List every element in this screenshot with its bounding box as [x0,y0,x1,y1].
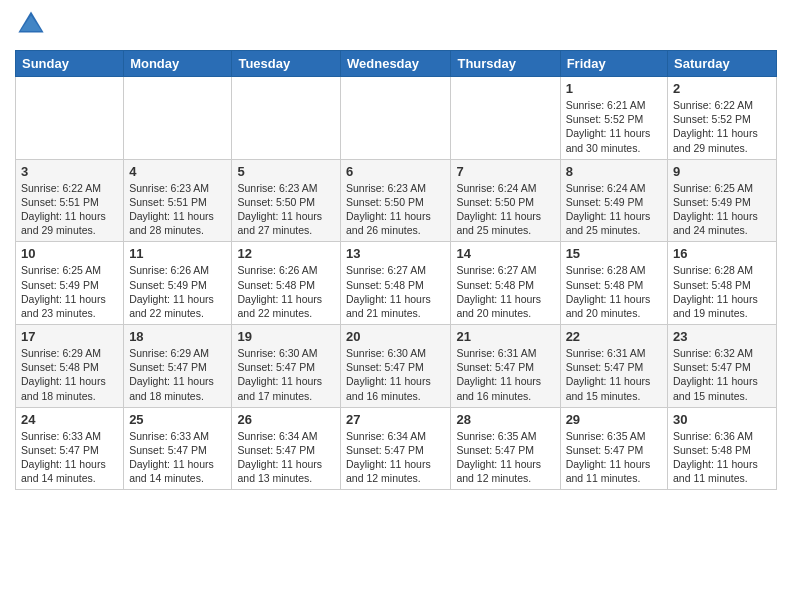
day-info: Sunrise: 6:27 AM Sunset: 5:48 PM Dayligh… [456,263,554,320]
day-info: Sunrise: 6:31 AM Sunset: 5:47 PM Dayligh… [456,346,554,403]
calendar-cell: 1Sunrise: 6:21 AM Sunset: 5:52 PM Daylig… [560,77,667,160]
day-number: 18 [129,329,226,344]
day-number: 22 [566,329,662,344]
calendar-cell: 28Sunrise: 6:35 AM Sunset: 5:47 PM Dayli… [451,407,560,490]
calendar-cell: 4Sunrise: 6:23 AM Sunset: 5:51 PM Daylig… [124,159,232,242]
calendar-cell: 12Sunrise: 6:26 AM Sunset: 5:48 PM Dayli… [232,242,341,325]
day-number: 12 [237,246,335,261]
day-number: 25 [129,412,226,427]
day-info: Sunrise: 6:22 AM Sunset: 5:52 PM Dayligh… [673,98,771,155]
day-number: 20 [346,329,445,344]
calendar-cell [451,77,560,160]
day-info: Sunrise: 6:21 AM Sunset: 5:52 PM Dayligh… [566,98,662,155]
day-number: 28 [456,412,554,427]
calendar-cell: 9Sunrise: 6:25 AM Sunset: 5:49 PM Daylig… [668,159,777,242]
calendar-cell: 25Sunrise: 6:33 AM Sunset: 5:47 PM Dayli… [124,407,232,490]
day-number: 19 [237,329,335,344]
calendar-cell: 5Sunrise: 6:23 AM Sunset: 5:50 PM Daylig… [232,159,341,242]
weekday-header-tuesday: Tuesday [232,51,341,77]
calendar-cell: 11Sunrise: 6:26 AM Sunset: 5:49 PM Dayli… [124,242,232,325]
calendar-cell: 10Sunrise: 6:25 AM Sunset: 5:49 PM Dayli… [16,242,124,325]
calendar-cell: 16Sunrise: 6:28 AM Sunset: 5:48 PM Dayli… [668,242,777,325]
weekday-header-thursday: Thursday [451,51,560,77]
day-info: Sunrise: 6:27 AM Sunset: 5:48 PM Dayligh… [346,263,445,320]
day-number: 11 [129,246,226,261]
day-info: Sunrise: 6:34 AM Sunset: 5:47 PM Dayligh… [346,429,445,486]
day-info: Sunrise: 6:25 AM Sunset: 5:49 PM Dayligh… [21,263,118,320]
calendar-cell: 27Sunrise: 6:34 AM Sunset: 5:47 PM Dayli… [341,407,451,490]
day-info: Sunrise: 6:22 AM Sunset: 5:51 PM Dayligh… [21,181,118,238]
day-info: Sunrise: 6:29 AM Sunset: 5:48 PM Dayligh… [21,346,118,403]
calendar-cell: 30Sunrise: 6:36 AM Sunset: 5:48 PM Dayli… [668,407,777,490]
weekday-header-saturday: Saturday [668,51,777,77]
day-info: Sunrise: 6:25 AM Sunset: 5:49 PM Dayligh… [673,181,771,238]
day-number: 3 [21,164,118,179]
calendar-table: SundayMondayTuesdayWednesdayThursdayFrid… [15,50,777,490]
calendar-cell [232,77,341,160]
calendar-cell: 3Sunrise: 6:22 AM Sunset: 5:51 PM Daylig… [16,159,124,242]
calendar-cell: 15Sunrise: 6:28 AM Sunset: 5:48 PM Dayli… [560,242,667,325]
calendar-page: SundayMondayTuesdayWednesdayThursdayFrid… [0,0,792,505]
weekday-header-friday: Friday [560,51,667,77]
calendar-cell: 2Sunrise: 6:22 AM Sunset: 5:52 PM Daylig… [668,77,777,160]
calendar-cell: 6Sunrise: 6:23 AM Sunset: 5:50 PM Daylig… [341,159,451,242]
day-info: Sunrise: 6:35 AM Sunset: 5:47 PM Dayligh… [456,429,554,486]
calendar-cell [341,77,451,160]
day-info: Sunrise: 6:36 AM Sunset: 5:48 PM Dayligh… [673,429,771,486]
calendar-cell: 29Sunrise: 6:35 AM Sunset: 5:47 PM Dayli… [560,407,667,490]
calendar-week-row-4: 17Sunrise: 6:29 AM Sunset: 5:48 PM Dayli… [16,325,777,408]
calendar-cell: 22Sunrise: 6:31 AM Sunset: 5:47 PM Dayli… [560,325,667,408]
day-info: Sunrise: 6:26 AM Sunset: 5:49 PM Dayligh… [129,263,226,320]
day-info: Sunrise: 6:35 AM Sunset: 5:47 PM Dayligh… [566,429,662,486]
weekday-header-wednesday: Wednesday [341,51,451,77]
calendar-cell: 18Sunrise: 6:29 AM Sunset: 5:47 PM Dayli… [124,325,232,408]
day-number: 29 [566,412,662,427]
day-info: Sunrise: 6:28 AM Sunset: 5:48 PM Dayligh… [566,263,662,320]
day-number: 14 [456,246,554,261]
calendar-week-row-1: 1Sunrise: 6:21 AM Sunset: 5:52 PM Daylig… [16,77,777,160]
weekday-header-sunday: Sunday [16,51,124,77]
day-number: 10 [21,246,118,261]
day-info: Sunrise: 6:30 AM Sunset: 5:47 PM Dayligh… [237,346,335,403]
day-info: Sunrise: 6:24 AM Sunset: 5:50 PM Dayligh… [456,181,554,238]
day-info: Sunrise: 6:28 AM Sunset: 5:48 PM Dayligh… [673,263,771,320]
day-info: Sunrise: 6:34 AM Sunset: 5:47 PM Dayligh… [237,429,335,486]
calendar-week-row-2: 3Sunrise: 6:22 AM Sunset: 5:51 PM Daylig… [16,159,777,242]
weekday-header-monday: Monday [124,51,232,77]
svg-marker-1 [21,16,42,31]
day-info: Sunrise: 6:31 AM Sunset: 5:47 PM Dayligh… [566,346,662,403]
calendar-cell: 24Sunrise: 6:33 AM Sunset: 5:47 PM Dayli… [16,407,124,490]
day-info: Sunrise: 6:32 AM Sunset: 5:47 PM Dayligh… [673,346,771,403]
day-number: 17 [21,329,118,344]
calendar-cell: 20Sunrise: 6:30 AM Sunset: 5:47 PM Dayli… [341,325,451,408]
logo-icon [17,10,45,38]
calendar-cell [124,77,232,160]
day-number: 24 [21,412,118,427]
day-number: 4 [129,164,226,179]
day-info: Sunrise: 6:29 AM Sunset: 5:47 PM Dayligh… [129,346,226,403]
day-number: 15 [566,246,662,261]
day-info: Sunrise: 6:26 AM Sunset: 5:48 PM Dayligh… [237,263,335,320]
calendar-cell: 17Sunrise: 6:29 AM Sunset: 5:48 PM Dayli… [16,325,124,408]
calendar-cell: 14Sunrise: 6:27 AM Sunset: 5:48 PM Dayli… [451,242,560,325]
day-number: 1 [566,81,662,96]
calendar-cell: 8Sunrise: 6:24 AM Sunset: 5:49 PM Daylig… [560,159,667,242]
logo [15,10,45,42]
day-number: 9 [673,164,771,179]
day-number: 8 [566,164,662,179]
page-header [15,10,777,42]
day-info: Sunrise: 6:23 AM Sunset: 5:51 PM Dayligh… [129,181,226,238]
day-number: 6 [346,164,445,179]
day-number: 7 [456,164,554,179]
calendar-cell: 13Sunrise: 6:27 AM Sunset: 5:48 PM Dayli… [341,242,451,325]
calendar-cell: 23Sunrise: 6:32 AM Sunset: 5:47 PM Dayli… [668,325,777,408]
day-info: Sunrise: 6:33 AM Sunset: 5:47 PM Dayligh… [21,429,118,486]
day-info: Sunrise: 6:23 AM Sunset: 5:50 PM Dayligh… [346,181,445,238]
day-number: 30 [673,412,771,427]
weekday-header-row: SundayMondayTuesdayWednesdayThursdayFrid… [16,51,777,77]
day-number: 23 [673,329,771,344]
day-info: Sunrise: 6:24 AM Sunset: 5:49 PM Dayligh… [566,181,662,238]
day-number: 2 [673,81,771,96]
calendar-week-row-5: 24Sunrise: 6:33 AM Sunset: 5:47 PM Dayli… [16,407,777,490]
day-number: 5 [237,164,335,179]
